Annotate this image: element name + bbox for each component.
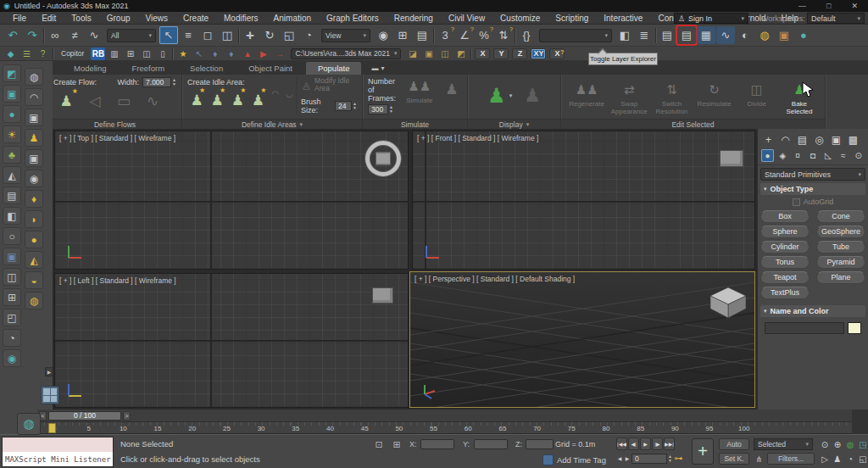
display-panel-tab[interactable]: ▣ (829, 132, 843, 147)
select-and-place-icon[interactable]: ◔ (299, 26, 318, 44)
maximize-viewport-icon[interactable]: ◱ (857, 452, 868, 465)
redo-icon[interactable]: ↷ (23, 26, 42, 44)
rectangular-selection-region-icon[interactable]: ◻ (198, 26, 217, 44)
idle-tool-icon[interactable]: ◡ (283, 88, 296, 99)
selection-filter-dropdown[interactable]: All (107, 29, 156, 42)
separator[interactable] (654, 28, 657, 43)
zoom-icon[interactable]: ⊙ (819, 437, 831, 451)
ribbon-tab[interactable]: Modeling (62, 62, 119, 75)
edit-selected-panel-label[interactable]: Edit Selected (561, 119, 825, 129)
create-flow-icon[interactable]: ♟★ (53, 89, 79, 113)
time-slider[interactable]: 0 / 100 (48, 411, 121, 421)
scene-tool-icon[interactable]: ◩ (3, 64, 21, 82)
maximize-button[interactable]: □ (826, 2, 831, 10)
menu-item[interactable]: Edit (34, 14, 64, 23)
object-type-button[interactable]: Teapot (760, 271, 810, 284)
display-style-icon[interactable]: ♟ (487, 84, 506, 108)
menu-item[interactable]: Animation (266, 14, 319, 23)
marker-tool-icon[interactable]: ♦ (224, 47, 238, 60)
add-time-tag-button[interactable]: Add Time Tag (557, 455, 606, 465)
keyboard-shortcut-override-icon[interactable]: ▤ (413, 26, 431, 44)
maxscript-mini-listener[interactable]: MAXScript Mini Listener (2, 437, 114, 467)
object-cube[interactable] (709, 286, 748, 320)
set-keys-button[interactable]: + (692, 438, 714, 465)
maxscript-input[interactable] (3, 437, 113, 452)
object-box[interactable] (720, 150, 743, 167)
disc-tool-icon[interactable]: ◍ (25, 292, 43, 309)
red-flag-icon[interactable]: ▶ (256, 47, 270, 60)
key-filters-icon[interactable]: ⋔ (754, 453, 765, 465)
render-setup-icon[interactable]: ◍ (755, 26, 774, 44)
spinner-arrows-icon[interactable]: ▲▼ (353, 102, 357, 110)
xy-plane-constraint-button[interactable]: XY (531, 48, 546, 59)
person-tool-icon[interactable]: ♟ (25, 129, 43, 147)
camera-tool-icon[interactable]: ▣ (25, 149, 43, 167)
reference-coordinate-system-dropdown[interactable]: View (321, 29, 370, 42)
frame-tool-icon[interactable]: ◧ (3, 207, 21, 225)
swap-appearance-button[interactable]: ⇄ Swap Appearance (609, 81, 649, 115)
undo-icon[interactable]: ↶ (3, 26, 22, 44)
named-selection-sets-dropdown[interactable] (539, 29, 612, 42)
systems-category-tab[interactable]: ⊙ (852, 149, 865, 162)
create-idle-area-icon[interactable]: ♟★ (248, 88, 267, 112)
divide-button[interactable]: ◫ Divide (737, 81, 777, 115)
align-icon[interactable]: ≣ (635, 26, 654, 44)
name-and-color-rollout-header[interactable]: ▾ Name and Color (760, 305, 865, 317)
front-viewport-label[interactable]: [ + ] [ Front ] [ Standard ] [ Wireframe… (417, 134, 538, 142)
bowl-tool-icon[interactable]: ◒ (25, 271, 43, 289)
resimulate-button[interactable]: ↻ Resimulate (694, 81, 735, 115)
sign-in-button[interactable]: ♙ Sign In ▾ (674, 13, 748, 24)
snaps-toggle-icon[interactable]: 3 (436, 26, 454, 44)
mirror-icon[interactable]: ◧ (615, 26, 634, 44)
x-axis-constraint-button[interactable]: X (475, 48, 490, 59)
ribbon-tab[interactable]: Freeform (120, 62, 177, 75)
create-panel-tab[interactable]: + (761, 132, 776, 147)
separator[interactable] (42, 28, 45, 43)
x-coordinate-field[interactable] (420, 439, 454, 449)
menu-item[interactable]: Rendering (387, 14, 441, 23)
define-idle-areas-panel-label[interactable]: Define Idle Areas▾ (182, 119, 362, 129)
object-type-button[interactable]: Tube (816, 241, 865, 254)
flow-tool-icon[interactable]: ◁ (82, 89, 108, 113)
key-step-forward-icon[interactable]: ▶ (624, 453, 631, 464)
object-type-rollout-header[interactable]: ▾ Object Type (760, 183, 865, 195)
current-frame-field[interactable]: 0 (632, 454, 667, 464)
use-pivot-point-center-icon[interactable]: ◉ (374, 26, 392, 44)
menu-item[interactable]: Tools (64, 14, 98, 23)
object-type-button[interactable]: Sphere (760, 226, 810, 238)
modify-idle-area-button[interactable]: Modify Idle Area (314, 77, 357, 92)
create-idle-area-icon[interactable]: ♟★ (228, 88, 247, 112)
material-editor-icon[interactable]: ◐ (736, 26, 754, 44)
marker-tool-icon[interactable]: ♦ (208, 47, 222, 60)
copitor-button[interactable]: Copitor (56, 48, 89, 59)
filters-button[interactable]: Filters... (767, 453, 815, 465)
toggle-layer-explorer-icon[interactable]: ▤ (677, 26, 696, 44)
hierarchy-panel-tab[interactable]: ▤ (795, 132, 810, 147)
toggle-scene-explorer-icon[interactable]: ▤ (658, 26, 676, 44)
idle-tool-icon[interactable]: ◠ (270, 88, 282, 99)
schematic-view-icon[interactable]: ∿ (716, 26, 735, 44)
motion-panel-tab[interactable]: ◎ (812, 132, 826, 147)
selection-set-dropdown[interactable]: Selected (754, 438, 813, 450)
flow-tool-icon[interactable]: ∿ (140, 89, 165, 113)
set-key-button[interactable]: Set K. (719, 453, 749, 465)
star-tool-icon[interactable]: ★ (175, 47, 190, 60)
project-folder-dropdown[interactable]: C:\Users\Ara....3ds Max 2021 (291, 48, 401, 59)
y-coordinate-field[interactable] (474, 439, 508, 449)
ring-tool-icon[interactable]: ○ (3, 227, 21, 245)
grid-tool-icon[interactable]: ⊞ (3, 288, 21, 306)
simulate-panel-label[interactable]: Simulate (363, 119, 467, 129)
track-bar[interactable]: 0510152025303540455055606570758085909510… (37, 421, 852, 434)
object-box[interactable] (372, 287, 393, 304)
tree-tool-icon[interactable]: ◭ (3, 166, 21, 184)
red-arrow-icon[interactable]: → (272, 47, 287, 60)
next-frame-button[interactable]: > (123, 411, 131, 421)
select-object-icon[interactable]: ↖ (159, 26, 178, 44)
ribbon-tab[interactable]: Selection (178, 62, 235, 75)
frames-spinner[interactable]: 300 ▲▼ (368, 104, 398, 114)
walk-through-icon[interactable]: ♟ (832, 452, 843, 465)
menu-item[interactable]: Interactive (596, 14, 650, 23)
zoom-extents-all-icon[interactable]: ◳ (857, 437, 868, 451)
ribbon-mode-caret-icon[interactable]: ▾ (381, 64, 384, 72)
dome-tool-icon[interactable]: ◗ (25, 210, 43, 228)
